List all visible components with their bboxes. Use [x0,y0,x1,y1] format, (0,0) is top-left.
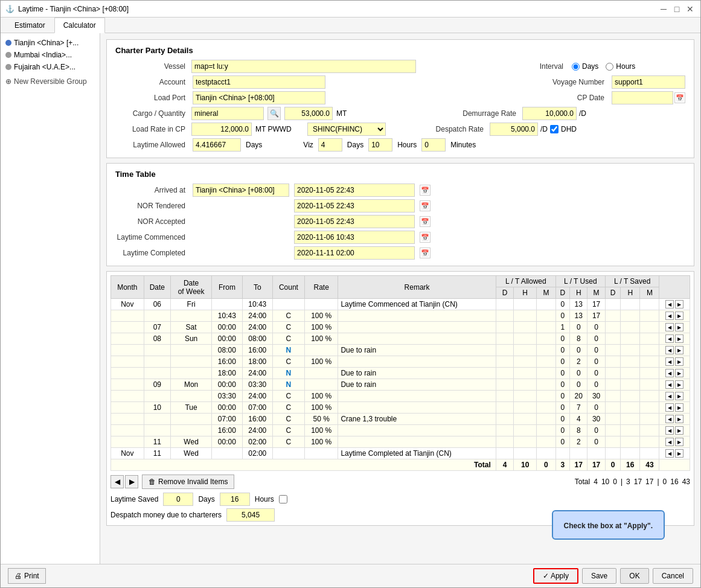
cp-date-input[interactable] [612,91,673,104]
despatch-value-input[interactable] [226,508,275,522]
table-row-la-m [536,299,555,310]
viz-days-input[interactable] [318,138,342,152]
nor-tendered-input[interactable] [294,199,415,213]
sidebar-item-fujairah[interactable]: Fujairah <U.A.E>... [1,61,100,73]
table-row-ls-m [640,391,659,402]
row-action-right[interactable]: ▶ [675,403,683,412]
row-action-right[interactable]: ▶ [675,312,683,320]
sidebar-item-mumbai[interactable]: Mumbai <India>... [1,49,100,61]
tab-calculator[interactable]: Calculator [54,18,105,33]
laytime-commenced-calendar-button[interactable]: 📅 [420,232,431,243]
viz-days-unit: Days [347,141,363,149]
table-row-dow: Wed [171,436,212,448]
cp-date-calendar-button[interactable]: 📅 [674,92,685,103]
interval-hours-option[interactable]: Hours [606,62,635,71]
row-action-right[interactable]: ▶ [675,392,683,400]
laytime-saved-hours-input[interactable] [220,493,250,506]
minimize-button[interactable]: ─ [658,4,669,14]
arrived-port-input[interactable] [193,184,289,197]
sidebar-item-tianjin[interactable]: Tianjin <China> [+... [1,37,100,49]
row-action-left[interactable]: ◀ [665,369,674,377]
laytime-allowed-input[interactable] [193,138,241,152]
row-action-right[interactable]: ▶ [675,369,683,377]
row-action-right[interactable]: ▶ [675,449,683,458]
cargo-input[interactable] [191,107,264,120]
nor-accepted-calendar-button[interactable]: 📅 [420,216,431,227]
nor-tendered-calendar-button[interactable]: 📅 [420,200,431,211]
table-row-count: C [272,402,304,414]
row-action-right[interactable]: ▶ [675,426,683,435]
new-reversible-group-button[interactable]: ⊕ New Reversible Group [1,75,100,88]
nor-accepted-label: NOR Accepted [115,217,188,226]
table-row-from: 00:00 [212,402,242,414]
close-button[interactable]: ✕ [685,4,696,14]
row-action-left[interactable]: ◀ [665,334,674,343]
plus-icon: ⊕ [5,77,11,86]
maximize-button[interactable]: □ [671,4,682,14]
viz-minutes-input[interactable] [421,138,446,152]
tooltip-text: Check the box at "Apply". [564,522,653,530]
table-row-actions: ◀ ▶ [659,391,690,402]
interval-hours-radio[interactable] [606,63,613,71]
cargo-search-button[interactable]: 🔍 [267,107,281,120]
viz-hours-input[interactable] [368,138,392,152]
row-action-left[interactable]: ◀ [665,449,674,458]
arrived-calendar-button[interactable]: 📅 [420,185,431,196]
print-button[interactable]: 🖨 Print [8,568,46,584]
laytime-saved-checkbox[interactable] [279,495,287,503]
laytime-commenced-input[interactable] [294,231,415,244]
row-action-right[interactable]: ▶ [675,346,683,354]
load-port-input[interactable] [193,91,325,104]
remove-invalid-items-button[interactable]: 🗑 Remove Invalid Items [142,475,234,489]
row-action-left[interactable]: ◀ [665,438,674,446]
demurrage-rate-label: Demurrage Rate [422,109,519,118]
table-row-actions: ◀ ▶ [659,448,690,459]
vessel-input[interactable] [191,60,416,73]
interval-days-option[interactable]: Days [572,62,598,71]
save-button[interactable]: Save [582,568,616,584]
table-row-from: 00:00 [212,379,242,391]
cargo-quantity-input[interactable] [284,107,333,120]
row-action-right[interactable]: ▶ [675,357,683,366]
ok-button[interactable]: OK [620,568,648,584]
row-action-right[interactable]: ▶ [675,380,683,389]
table-row-ls-d [605,414,620,425]
row-action-left[interactable]: ◀ [665,357,674,366]
laytime-completed-input[interactable] [294,246,415,260]
nav-next-button[interactable]: ▶ [125,475,138,488]
laytime-completed-calendar-button[interactable]: 📅 [420,248,431,258]
nor-accepted-input[interactable] [294,215,415,228]
laytime-saved-days-input[interactable] [163,493,193,506]
total-la-h-right: 10 [601,478,609,486]
account-input[interactable] [193,75,325,89]
table-row-lu-d: 1 [555,322,569,333]
table-row-la-m [536,402,555,414]
row-action-left[interactable]: ◀ [665,415,674,423]
nav-prev-button[interactable]: ◀ [110,475,124,488]
load-rate-input[interactable] [191,123,252,136]
tab-estimator[interactable]: Estimator [5,18,54,33]
despatch-rate-input[interactable] [490,123,538,136]
row-action-left[interactable]: ◀ [665,426,674,435]
row-action-left[interactable]: ◀ [665,392,674,400]
voyage-number-input[interactable] [612,75,685,89]
arrived-time-input[interactable] [294,184,415,197]
row-action-left[interactable]: ◀ [665,403,674,412]
interval-days-radio[interactable] [572,63,580,71]
row-action-left[interactable]: ◀ [665,312,674,320]
row-action-right[interactable]: ▶ [675,323,683,331]
row-action-right[interactable]: ▶ [675,300,683,308]
apply-button[interactable]: ✓ Apply [533,568,578,584]
demurrage-rate-input[interactable] [522,107,577,120]
row-action-right[interactable]: ▶ [675,438,683,446]
cancel-button[interactable]: Cancel [653,568,693,584]
dhd-checkbox[interactable] [550,125,559,133]
load-rate-select[interactable]: SHINC(FHINC) [307,123,386,136]
row-action-left[interactable]: ◀ [665,323,674,331]
row-action-left[interactable]: ◀ [665,300,674,308]
row-action-left[interactable]: ◀ [665,380,674,389]
row-action-right[interactable]: ▶ [675,334,683,343]
row-action-right[interactable]: ▶ [675,415,683,423]
row-action-left[interactable]: ◀ [665,346,674,354]
table-row-rate: 100 % [304,436,338,448]
